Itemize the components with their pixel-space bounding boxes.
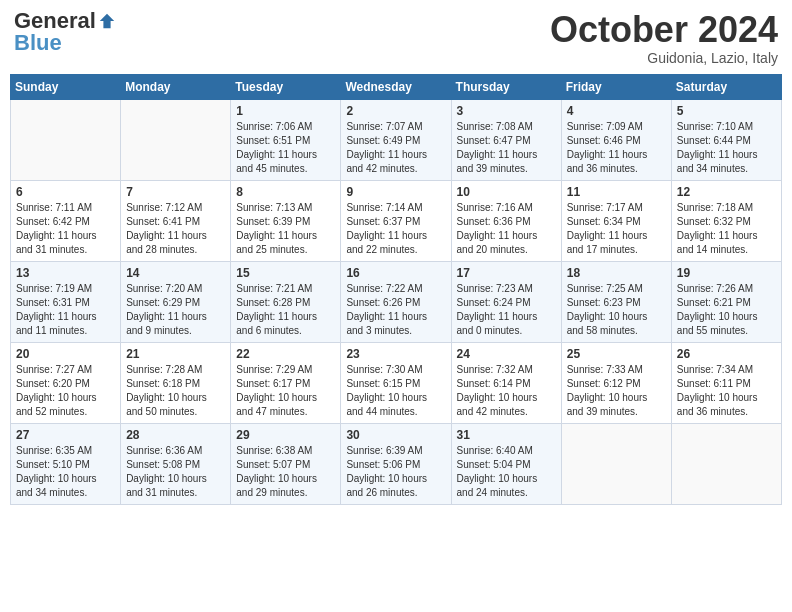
day-info: Sunrise: 7:26 AM Sunset: 6:21 PM Dayligh… (677, 282, 776, 338)
week-row-1: 1Sunrise: 7:06 AM Sunset: 6:51 PM Daylig… (11, 99, 782, 180)
day-header-friday: Friday (561, 74, 671, 99)
calendar-header-row: SundayMondayTuesdayWednesdayThursdayFrid… (11, 74, 782, 99)
calendar-cell: 31Sunrise: 6:40 AM Sunset: 5:04 PM Dayli… (451, 423, 561, 504)
day-number: 16 (346, 266, 445, 280)
calendar-cell: 6Sunrise: 7:11 AM Sunset: 6:42 PM Daylig… (11, 180, 121, 261)
day-info: Sunrise: 7:11 AM Sunset: 6:42 PM Dayligh… (16, 201, 115, 257)
day-info: Sunrise: 7:08 AM Sunset: 6:47 PM Dayligh… (457, 120, 556, 176)
calendar-cell: 18Sunrise: 7:25 AM Sunset: 6:23 PM Dayli… (561, 261, 671, 342)
calendar-cell: 13Sunrise: 7:19 AM Sunset: 6:31 PM Dayli… (11, 261, 121, 342)
calendar-cell: 25Sunrise: 7:33 AM Sunset: 6:12 PM Dayli… (561, 342, 671, 423)
day-info: Sunrise: 7:28 AM Sunset: 6:18 PM Dayligh… (126, 363, 225, 419)
day-number: 31 (457, 428, 556, 442)
month-title: October 2024 (550, 10, 778, 50)
calendar-cell: 7Sunrise: 7:12 AM Sunset: 6:41 PM Daylig… (121, 180, 231, 261)
calendar-cell: 5Sunrise: 7:10 AM Sunset: 6:44 PM Daylig… (671, 99, 781, 180)
calendar-cell: 8Sunrise: 7:13 AM Sunset: 6:39 PM Daylig… (231, 180, 341, 261)
day-info: Sunrise: 7:17 AM Sunset: 6:34 PM Dayligh… (567, 201, 666, 257)
day-number: 29 (236, 428, 335, 442)
calendar-cell: 30Sunrise: 6:39 AM Sunset: 5:06 PM Dayli… (341, 423, 451, 504)
svg-marker-0 (100, 14, 114, 28)
day-info: Sunrise: 7:12 AM Sunset: 6:41 PM Dayligh… (126, 201, 225, 257)
day-info: Sunrise: 7:25 AM Sunset: 6:23 PM Dayligh… (567, 282, 666, 338)
calendar-cell (11, 99, 121, 180)
day-info: Sunrise: 7:21 AM Sunset: 6:28 PM Dayligh… (236, 282, 335, 338)
calendar-cell: 17Sunrise: 7:23 AM Sunset: 6:24 PM Dayli… (451, 261, 561, 342)
week-row-4: 20Sunrise: 7:27 AM Sunset: 6:20 PM Dayli… (11, 342, 782, 423)
day-info: Sunrise: 7:32 AM Sunset: 6:14 PM Dayligh… (457, 363, 556, 419)
title-area: October 2024 Guidonia, Lazio, Italy (550, 10, 778, 66)
calendar-cell: 20Sunrise: 7:27 AM Sunset: 6:20 PM Dayli… (11, 342, 121, 423)
day-info: Sunrise: 6:38 AM Sunset: 5:07 PM Dayligh… (236, 444, 335, 500)
day-number: 5 (677, 104, 776, 118)
logo-general-text: General (14, 10, 96, 32)
day-info: Sunrise: 7:29 AM Sunset: 6:17 PM Dayligh… (236, 363, 335, 419)
day-info: Sunrise: 7:09 AM Sunset: 6:46 PM Dayligh… (567, 120, 666, 176)
day-number: 12 (677, 185, 776, 199)
day-info: Sunrise: 7:14 AM Sunset: 6:37 PM Dayligh… (346, 201, 445, 257)
calendar-cell: 9Sunrise: 7:14 AM Sunset: 6:37 PM Daylig… (341, 180, 451, 261)
day-info: Sunrise: 7:06 AM Sunset: 6:51 PM Dayligh… (236, 120, 335, 176)
day-header-monday: Monday (121, 74, 231, 99)
day-info: Sunrise: 6:39 AM Sunset: 5:06 PM Dayligh… (346, 444, 445, 500)
day-number: 28 (126, 428, 225, 442)
day-number: 13 (16, 266, 115, 280)
calendar-cell: 11Sunrise: 7:17 AM Sunset: 6:34 PM Dayli… (561, 180, 671, 261)
day-number: 30 (346, 428, 445, 442)
day-info: Sunrise: 7:27 AM Sunset: 6:20 PM Dayligh… (16, 363, 115, 419)
day-info: Sunrise: 7:10 AM Sunset: 6:44 PM Dayligh… (677, 120, 776, 176)
day-number: 9 (346, 185, 445, 199)
day-number: 3 (457, 104, 556, 118)
calendar-cell: 10Sunrise: 7:16 AM Sunset: 6:36 PM Dayli… (451, 180, 561, 261)
day-header-tuesday: Tuesday (231, 74, 341, 99)
calendar-cell: 28Sunrise: 6:36 AM Sunset: 5:08 PM Dayli… (121, 423, 231, 504)
day-number: 15 (236, 266, 335, 280)
calendar-cell: 23Sunrise: 7:30 AM Sunset: 6:15 PM Dayli… (341, 342, 451, 423)
calendar-cell: 2Sunrise: 7:07 AM Sunset: 6:49 PM Daylig… (341, 99, 451, 180)
week-row-3: 13Sunrise: 7:19 AM Sunset: 6:31 PM Dayli… (11, 261, 782, 342)
day-number: 20 (16, 347, 115, 361)
calendar-cell: 26Sunrise: 7:34 AM Sunset: 6:11 PM Dayli… (671, 342, 781, 423)
day-number: 19 (677, 266, 776, 280)
day-info: Sunrise: 7:13 AM Sunset: 6:39 PM Dayligh… (236, 201, 335, 257)
calendar-cell: 4Sunrise: 7:09 AM Sunset: 6:46 PM Daylig… (561, 99, 671, 180)
day-number: 2 (346, 104, 445, 118)
calendar-cell: 29Sunrise: 6:38 AM Sunset: 5:07 PM Dayli… (231, 423, 341, 504)
calendar-cell: 15Sunrise: 7:21 AM Sunset: 6:28 PM Dayli… (231, 261, 341, 342)
day-number: 21 (126, 347, 225, 361)
day-info: Sunrise: 7:23 AM Sunset: 6:24 PM Dayligh… (457, 282, 556, 338)
day-info: Sunrise: 6:35 AM Sunset: 5:10 PM Dayligh… (16, 444, 115, 500)
day-number: 11 (567, 185, 666, 199)
calendar-cell (121, 99, 231, 180)
day-header-sunday: Sunday (11, 74, 121, 99)
day-number: 26 (677, 347, 776, 361)
calendar-cell: 16Sunrise: 7:22 AM Sunset: 6:26 PM Dayli… (341, 261, 451, 342)
day-number: 10 (457, 185, 556, 199)
day-info: Sunrise: 7:30 AM Sunset: 6:15 PM Dayligh… (346, 363, 445, 419)
day-info: Sunrise: 7:07 AM Sunset: 6:49 PM Dayligh… (346, 120, 445, 176)
day-number: 22 (236, 347, 335, 361)
logo: General Blue (14, 10, 116, 54)
day-info: Sunrise: 7:18 AM Sunset: 6:32 PM Dayligh… (677, 201, 776, 257)
day-number: 23 (346, 347, 445, 361)
calendar-cell: 3Sunrise: 7:08 AM Sunset: 6:47 PM Daylig… (451, 99, 561, 180)
day-number: 4 (567, 104, 666, 118)
day-header-wednesday: Wednesday (341, 74, 451, 99)
day-info: Sunrise: 7:20 AM Sunset: 6:29 PM Dayligh… (126, 282, 225, 338)
calendar-cell: 27Sunrise: 6:35 AM Sunset: 5:10 PM Dayli… (11, 423, 121, 504)
week-row-2: 6Sunrise: 7:11 AM Sunset: 6:42 PM Daylig… (11, 180, 782, 261)
day-header-thursday: Thursday (451, 74, 561, 99)
location: Guidonia, Lazio, Italy (550, 50, 778, 66)
day-number: 7 (126, 185, 225, 199)
day-info: Sunrise: 7:22 AM Sunset: 6:26 PM Dayligh… (346, 282, 445, 338)
day-info: Sunrise: 7:19 AM Sunset: 6:31 PM Dayligh… (16, 282, 115, 338)
calendar-table: SundayMondayTuesdayWednesdayThursdayFrid… (10, 74, 782, 505)
day-header-saturday: Saturday (671, 74, 781, 99)
day-number: 18 (567, 266, 666, 280)
calendar-cell: 21Sunrise: 7:28 AM Sunset: 6:18 PM Dayli… (121, 342, 231, 423)
logo-blue-text: Blue (14, 30, 62, 55)
day-number: 6 (16, 185, 115, 199)
day-number: 17 (457, 266, 556, 280)
day-info: Sunrise: 7:16 AM Sunset: 6:36 PM Dayligh… (457, 201, 556, 257)
day-number: 25 (567, 347, 666, 361)
